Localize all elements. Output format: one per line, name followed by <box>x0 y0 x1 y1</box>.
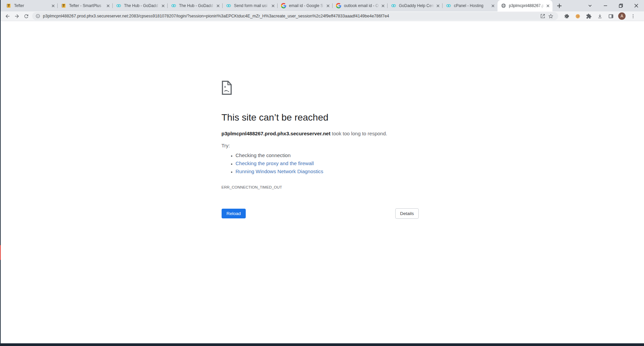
suggestion-item: Checking the connection <box>236 151 423 159</box>
omnibox[interactable]: p3plmcpnl488267.prod.phx3.secureserver.n… <box>32 12 558 20</box>
restore-button[interactable] <box>613 0 629 11</box>
minimize-button[interactable] <box>598 0 613 11</box>
toolbar-right-icons: A <box>560 12 641 20</box>
godaddy-icon <box>171 3 176 8</box>
tab-strip: Tefter Tefter - SmartPlus The Hub - GoDa… <box>0 0 644 11</box>
browser-tab[interactable]: outlook email id - O <box>333 0 388 11</box>
browser-toolbar: p3plmcpnl488267.prod.phx3.secureserver.n… <box>0 11 644 21</box>
bookmark-star-icon[interactable] <box>547 12 555 20</box>
tab-strip-tabs: Tefter Tefter - SmartPlus The Hub - GoDa… <box>3 0 552 11</box>
error-message: took too long to respond. <box>331 131 387 136</box>
page-content: This site can’t be reached p3plmcpnl4882… <box>0 21 644 343</box>
error-domain: p3plmcpnl488267.prod.phx3.secureserver.n… <box>222 131 331 136</box>
tab-title: GoDaddy Help Cen <box>399 3 435 8</box>
google-icon <box>336 3 341 8</box>
suggestion-text: Checking the connection <box>236 152 291 158</box>
tab-title: Tefter <box>14 3 50 8</box>
screen-edge-stripe-red <box>0 245 1 260</box>
tefter-icon <box>61 3 66 8</box>
suggestion-item[interactable]: Running Windows Network Diagnostics <box>236 167 423 176</box>
sad-file-icon <box>222 80 423 95</box>
new-tab-button[interactable] <box>554 1 564 10</box>
side-panel-icon[interactable] <box>607 12 614 20</box>
browser-tab[interactable]: The Hub - GoDadd <box>113 0 168 11</box>
tab-close-icon[interactable] <box>50 3 56 8</box>
godaddy-icon <box>446 3 451 8</box>
menu-kebab-icon[interactable] <box>629 12 637 20</box>
suggestion-item[interactable]: Checking the proxy and the firewall <box>236 159 423 167</box>
browser-tab[interactable]: Send form mail usi <box>223 0 278 11</box>
tab-title: p3plmcpnl488267.p <box>509 3 545 8</box>
error-column: This site can’t be reached p3plmcpnl4882… <box>222 21 423 219</box>
screen-edge-stripe <box>0 0 1 346</box>
tab-close-icon[interactable] <box>380 3 386 8</box>
suggestion-text[interactable]: Checking the proxy and the firewall <box>236 160 314 166</box>
tab-title: outlook email id - O <box>344 3 380 8</box>
try-label: Try: <box>222 143 423 148</box>
reload-page-button[interactable]: Reload <box>222 209 246 218</box>
page-info-icon[interactable] <box>36 14 40 18</box>
suggestion-text[interactable]: Running Windows Network Diagnostics <box>236 168 324 174</box>
extensions-puzzle-icon[interactable] <box>585 12 592 20</box>
error-actions: Reload Details <box>222 208 419 219</box>
tab-close-icon[interactable] <box>215 3 221 8</box>
window-controls <box>582 0 644 11</box>
back-button[interactable] <box>3 12 12 20</box>
tab-title: Tefter - SmartPlus <box>69 3 105 8</box>
tab-title: email id - Google S <box>289 3 325 8</box>
cookie-extension-icon[interactable] <box>574 12 581 20</box>
godaddy-icon <box>116 3 121 8</box>
browser-tab[interactable]: Tefter <box>3 0 58 11</box>
google-icon <box>281 3 286 8</box>
details-button[interactable]: Details <box>395 208 418 219</box>
tab-search-chevron-icon[interactable] <box>582 0 598 11</box>
tab-close-icon[interactable] <box>105 3 111 8</box>
suggestion-list: Checking the connection Checking the pro… <box>222 151 423 176</box>
godaddy-icon <box>226 3 231 8</box>
tab-close-icon[interactable] <box>160 3 166 8</box>
tab-title: Send form mail usi <box>234 3 270 8</box>
browser-window: Tefter Tefter - SmartPlus The Hub - GoDa… <box>0 0 644 346</box>
tab-title: The Hub - GoDadd <box>179 3 215 8</box>
tab-close-icon[interactable] <box>435 3 441 8</box>
close-window-button[interactable] <box>629 0 644 11</box>
adblock-extension-icon[interactable] <box>563 12 570 20</box>
forward-button[interactable] <box>12 12 21 20</box>
globe-icon <box>501 3 506 8</box>
tefter-icon <box>6 3 11 8</box>
browser-tab[interactable]: GoDaddy Help Cen <box>388 0 443 11</box>
tab-close-icon[interactable] <box>490 3 495 8</box>
browser-tab[interactable]: p3plmcpnl488267.p <box>497 0 552 11</box>
browser-tab[interactable]: email id - Google S <box>278 0 333 11</box>
error-code: ERR_CONNECTION_TIMED_OUT <box>222 185 423 189</box>
browser-tab[interactable]: The Hub - GoDadd <box>168 0 223 11</box>
godaddy-icon <box>391 3 396 8</box>
reload-button[interactable] <box>21 12 31 20</box>
error-subtitle: p3plmcpnl488267.prod.phx3.secureserver.n… <box>222 131 423 136</box>
tab-title: The Hub - GoDadd <box>124 3 160 8</box>
url-text: p3plmcpnl488267.prod.phx3.secureserver.n… <box>43 14 539 18</box>
share-icon[interactable] <box>539 12 547 20</box>
tab-close-icon[interactable] <box>270 3 276 8</box>
tab-close-icon[interactable] <box>545 3 550 8</box>
error-title: This site can’t be reached <box>222 112 423 123</box>
tab-title: cPanel - Hosting <box>454 3 490 8</box>
taskbar-edge <box>0 343 644 346</box>
browser-tab[interactable]: cPanel - Hosting <box>443 0 497 11</box>
tab-close-icon[interactable] <box>325 3 331 8</box>
downloads-icon[interactable] <box>596 12 603 20</box>
profile-avatar[interactable]: A <box>618 12 626 20</box>
browser-tab[interactable]: Tefter - SmartPlus <box>58 0 113 11</box>
